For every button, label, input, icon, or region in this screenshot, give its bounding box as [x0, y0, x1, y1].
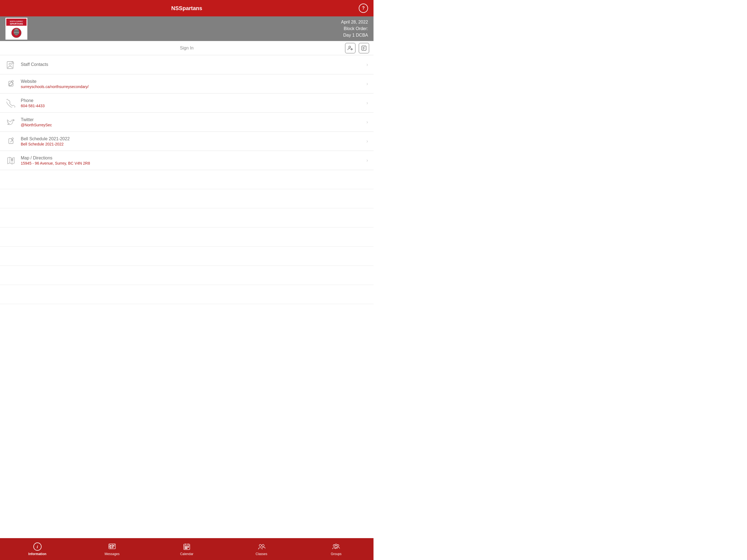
map-title: Map / Directions [21, 156, 364, 160]
account-settings-button[interactable] [345, 43, 356, 53]
list-container: Staff Contacts › Website surreyschools.c… [0, 55, 374, 304]
list-item-map[interactable]: Map / Directions 15945 - 96 Avenue, Surr… [0, 151, 374, 170]
list-item-bell-schedule[interactable]: Bell Schedule 2021-2022 Bell Schedule 20… [0, 132, 374, 151]
bell-schedule-content: Bell Schedule 2021-2022 Bell Schedule 20… [21, 136, 364, 146]
twitter-icon-svg [6, 118, 15, 127]
empty-row-3 [0, 208, 374, 228]
school-logo-svg: NORTH SURREY SPARTANS [6, 19, 27, 39]
svg-point-12 [9, 63, 11, 65]
map-subtitle: 15945 - 96 Avenue, Surrey, BC V4N 2R8 [21, 161, 364, 166]
svg-point-9 [351, 49, 352, 50]
phone-icon [5, 98, 17, 108]
list-item-staff-contacts[interactable]: Staff Contacts › [0, 55, 374, 74]
empty-row-2 [0, 189, 374, 208]
school-logo: NORTH SURREY SPARTANS [5, 18, 27, 40]
signin-label: Sign In [180, 46, 194, 51]
website-subtitle: surreyschools.ca/northsurreysecondary/ [21, 84, 364, 89]
empty-row-4 [0, 228, 374, 247]
help-button[interactable]: ? [359, 4, 368, 13]
svg-marker-17 [8, 157, 14, 164]
empty-row-6 [0, 266, 374, 285]
svg-rect-7 [14, 31, 19, 31]
website-icon [5, 78, 17, 90]
top-bar: NSSpartans ? [0, 0, 374, 17]
signin-bar: Sign In [0, 41, 374, 55]
day-text: Day 1 DCBA [341, 32, 368, 39]
list-item-twitter[interactable]: Twitter @NorthSurreySec › [0, 113, 374, 132]
website-content: Website surreyschools.ca/northsurreyseco… [21, 79, 364, 89]
svg-point-8 [349, 46, 351, 48]
svg-text:SPARTANS: SPARTANS [10, 22, 23, 25]
website-chevron: › [366, 81, 368, 87]
phone-subtitle: 604-581-4433 [21, 104, 364, 108]
school-banner: NORTH SURREY SPARTANS April 28, 2022 Blo… [0, 17, 374, 41]
phone-title: Phone [21, 98, 364, 103]
phone-content: Phone 604-581-4433 [21, 98, 364, 108]
twitter-chevron: › [366, 119, 368, 125]
twitter-title: Twitter [21, 117, 364, 122]
signin-icons [345, 43, 369, 53]
twitter-icon [5, 117, 17, 128]
svg-rect-10 [362, 46, 366, 50]
website-title: Website [21, 79, 364, 84]
svg-point-16 [12, 138, 14, 139]
bell-schedule-link-icon [6, 137, 15, 146]
app-title: NSSpartans [171, 5, 202, 11]
bottom-spacer [0, 304, 374, 326]
twitter-content: Twitter @NorthSurreySec [21, 117, 364, 127]
date-text: April 28, 2022 [341, 19, 368, 25]
svg-point-15 [12, 80, 14, 82]
empty-row-1 [0, 170, 374, 189]
bell-schedule-icon [5, 136, 17, 147]
checklist-button[interactable] [359, 43, 369, 53]
svg-rect-6 [14, 33, 19, 34]
staff-contacts-title: Staff Contacts [21, 62, 364, 67]
bell-schedule-chevron: › [366, 138, 368, 144]
svg-text:NORTH SURREY: NORTH SURREY [10, 21, 23, 22]
date-block: April 28, 2022 Block Order: Day 1 DCBA [341, 19, 368, 39]
staff-contacts-content: Staff Contacts [21, 62, 364, 68]
bell-schedule-title: Bell Schedule 2021-2022 [21, 136, 364, 142]
account-settings-icon [347, 45, 353, 51]
phone-chevron: › [366, 100, 368, 106]
map-icon [5, 155, 17, 166]
bell-schedule-subtitle: Bell Schedule 2021-2022 [21, 142, 364, 146]
phone-icon-svg [6, 99, 15, 107]
list-item-phone[interactable]: Phone 604-581-4433 › [0, 94, 374, 113]
link-icon [6, 80, 15, 88]
map-directions-icon [6, 156, 15, 165]
staff-contacts-chevron: › [366, 62, 368, 68]
block-order-label: Block Order: [341, 25, 368, 32]
empty-row-7 [0, 285, 374, 304]
map-content: Map / Directions 15945 - 96 Avenue, Surr… [21, 156, 364, 166]
staff-contacts-icon [6, 60, 15, 69]
empty-row-5 [0, 247, 374, 266]
list-item-website[interactable]: Website surreyschools.ca/northsurreyseco… [0, 74, 374, 94]
checklist-icon [361, 45, 367, 51]
map-chevron: › [366, 157, 368, 163]
staff-icon [5, 59, 17, 70]
twitter-subtitle: @NorthSurreySec [21, 123, 364, 127]
